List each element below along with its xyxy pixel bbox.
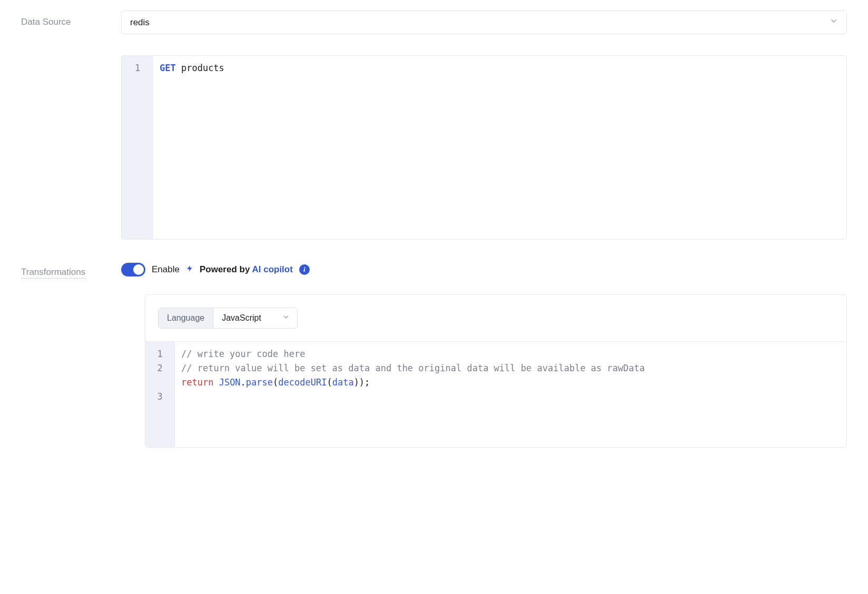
language-group: Language JavaScript: [158, 308, 298, 329]
info-icon[interactable]: i: [299, 264, 310, 275]
language-select[interactable]: JavaScript: [213, 308, 297, 328]
data-source-select[interactable]: redis: [121, 11, 847, 34]
query-editor[interactable]: 1 GET products: [121, 55, 847, 240]
language-label: Language: [159, 308, 213, 328]
query-editor-gutter: 1: [122, 56, 153, 239]
transformations-label: Transformations: [21, 267, 85, 279]
language-value: JavaScript: [222, 313, 261, 323]
transformations-editor-gutter: 123: [145, 342, 175, 447]
data-source-row: Data Source redis: [21, 11, 847, 34]
powered-by-text: Powered by AI copilot: [200, 264, 293, 275]
chevron-down-icon: [830, 17, 838, 28]
transformations-toggle[interactable]: [121, 263, 145, 276]
transformations-row: Transformations Enable Powered by AI cop…: [21, 261, 847, 279]
data-source-value: redis: [130, 17, 150, 28]
transformations-panel: Language JavaScript 123 // write your co…: [145, 294, 847, 448]
bolt-icon: [186, 264, 193, 275]
query-editor-code[interactable]: GET products: [153, 56, 846, 239]
transformations-panel-row: Language JavaScript 123 // write your co…: [21, 294, 847, 448]
ai-copilot-link[interactable]: AI copilot: [252, 264, 292, 274]
transformations-editor-code[interactable]: // write your code here// return value w…: [175, 342, 846, 447]
enable-text: Enable: [152, 264, 180, 275]
toggle-knob: [133, 264, 144, 275]
transformations-panel-header: Language JavaScript: [145, 295, 846, 342]
chevron-down-icon: [282, 313, 290, 323]
data-source-label: Data Source: [21, 17, 71, 27]
query-editor-row: 1 GET products: [21, 55, 847, 240]
transformations-editor[interactable]: 123 // write your code here// return val…: [145, 342, 846, 447]
